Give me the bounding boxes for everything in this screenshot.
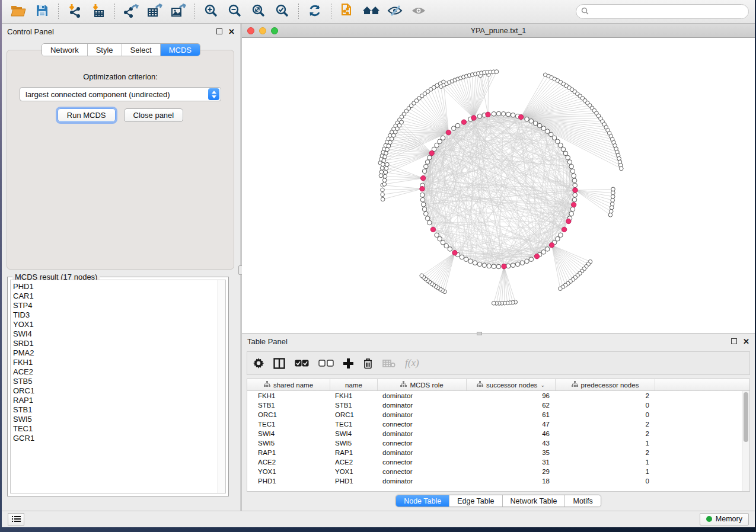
mcds-result-item[interactable]: STP4 bbox=[13, 301, 217, 310]
mcds-result-item[interactable]: PMA2 bbox=[13, 348, 217, 358]
network-titlebar: YPA_prune.txt_1 bbox=[242, 24, 755, 38]
search-box bbox=[576, 4, 749, 19]
mcds-result-item[interactable]: YOX1 bbox=[13, 320, 217, 329]
import-network-button[interactable] bbox=[64, 2, 85, 21]
table-settings-gear-icon[interactable] bbox=[253, 358, 264, 368]
float-table-panel-icon[interactable] bbox=[731, 338, 737, 344]
close-panel-icon[interactable]: ✕ bbox=[228, 28, 235, 36]
table-panel-grip[interactable] bbox=[477, 332, 482, 335]
refresh-view-button[interactable] bbox=[304, 2, 326, 21]
table-row[interactable]: SWI5SWI5connector431 bbox=[247, 438, 742, 448]
table-toolbar: f(x) bbox=[247, 351, 750, 375]
control-panel-title: Control Panel bbox=[7, 27, 54, 36]
toolbar-separator bbox=[194, 4, 195, 20]
export-table-button[interactable] bbox=[144, 2, 165, 21]
table-tabs: Node TableEdge TableNetwork TableMotifs bbox=[242, 495, 755, 507]
toolbar-separator bbox=[331, 4, 331, 20]
mcds-result-item[interactable]: TEC1 bbox=[13, 424, 217, 434]
result-scrollbar[interactable] bbox=[218, 280, 225, 493]
mcds-result-item[interactable]: STB5 bbox=[13, 377, 217, 386]
column-header-predecessor-nodes[interactable]: predecessor nodes bbox=[556, 379, 655, 390]
mcds-result-item[interactable]: GCR1 bbox=[13, 434, 217, 443]
optimization-label: Optimization criterion: bbox=[7, 72, 234, 81]
show-all-button[interactable] bbox=[408, 2, 429, 21]
column-header-MCDS-role[interactable]: MCDS role bbox=[378, 379, 467, 390]
select-all-icon[interactable] bbox=[295, 360, 309, 367]
delete-trash-icon[interactable] bbox=[363, 358, 373, 369]
search-input[interactable] bbox=[592, 8, 744, 16]
tab-style[interactable]: Style bbox=[88, 44, 122, 56]
zoom-selected-button[interactable] bbox=[272, 2, 293, 21]
first-neighbors-button[interactable] bbox=[361, 2, 382, 21]
mcds-result-item[interactable]: ACE2 bbox=[13, 367, 217, 377]
deselect-all-icon[interactable] bbox=[318, 360, 334, 367]
table-row[interactable]: FKH1FKH1dominator962 bbox=[247, 391, 742, 400]
column-header-shared-name[interactable]: shared name bbox=[247, 379, 330, 390]
tab-network[interactable]: Network bbox=[42, 44, 88, 56]
tree-icon bbox=[477, 381, 483, 389]
table-row[interactable]: RAP1RAP1dominator352 bbox=[247, 448, 742, 457]
column-header-successor-nodes[interactable]: successor nodes⌄ bbox=[467, 379, 556, 390]
zoom-fit-button[interactable] bbox=[248, 2, 269, 21]
network-graph[interactable] bbox=[242, 38, 755, 333]
cytoscape-window: Control Panel ✕ NetworkStyleSelectMCDS O… bbox=[2, 0, 755, 527]
close-panel-button[interactable]: Close panel bbox=[124, 108, 184, 122]
mcds-result-item[interactable]: SWI4 bbox=[13, 329, 217, 339]
mcds-result-item[interactable]: FKH1 bbox=[13, 358, 217, 367]
mcds-result-item[interactable]: RAP1 bbox=[13, 396, 217, 405]
control-panel-tabs: NetworkStyleSelectMCDS bbox=[2, 43, 240, 56]
table-tab-network-table[interactable]: Network Table bbox=[503, 495, 566, 507]
table-scrollbar[interactable] bbox=[742, 391, 749, 491]
import-table-button[interactable] bbox=[88, 2, 109, 21]
table-row[interactable]: SWI4SWI4dominator462 bbox=[247, 429, 742, 438]
table-row[interactable]: ACE2ACE2connector311 bbox=[247, 457, 742, 467]
close-table-panel-icon[interactable]: ✕ bbox=[743, 338, 749, 345]
mcds-result-item[interactable]: SRD1 bbox=[13, 339, 217, 348]
column-header-name[interactable]: name bbox=[330, 379, 378, 390]
table-tab-edge-table[interactable]: Edge Table bbox=[449, 495, 502, 507]
tab-mcds[interactable]: MCDS bbox=[161, 44, 200, 56]
show-column-panel-icon[interactable] bbox=[273, 358, 285, 369]
table-row[interactable]: STB1STB1dominator620 bbox=[247, 400, 742, 410]
zoom-in-button[interactable] bbox=[200, 2, 222, 21]
task-history-button[interactable] bbox=[8, 513, 24, 525]
houses-icon bbox=[362, 4, 380, 20]
tree-icon bbox=[264, 381, 270, 389]
table-row[interactable]: PHD1PHD1dominator180 bbox=[247, 476, 742, 486]
table-row[interactable]: TEC1TEC1connector472 bbox=[247, 419, 742, 429]
export-network-button[interactable] bbox=[120, 2, 142, 21]
import-network-icon bbox=[67, 4, 82, 20]
table-row[interactable]: ORC1ORC1dominator610 bbox=[247, 410, 742, 419]
mcds-result-item[interactable]: PHD1 bbox=[13, 282, 217, 291]
table-tab-node-table[interactable]: Node Table bbox=[396, 495, 449, 507]
mcds-result-item[interactable]: TID3 bbox=[13, 310, 217, 320]
zoom-in-icon bbox=[204, 4, 218, 20]
hide-selected-button[interactable] bbox=[384, 2, 406, 21]
mcds-result-item[interactable]: STB1 bbox=[13, 405, 217, 415]
memory-button[interactable]: Memory bbox=[700, 513, 749, 525]
import-table-icon bbox=[91, 4, 106, 20]
network-canvas[interactable] bbox=[242, 38, 755, 334]
mcds-result-list[interactable]: PHD1CAR1STP4TID3YOX1SWI4SRD1PMA2FKH1ACE2… bbox=[13, 281, 217, 492]
tree-icon bbox=[400, 381, 407, 389]
mcds-result-item[interactable]: ORC1 bbox=[13, 386, 217, 396]
mcds-result-item[interactable]: CAR1 bbox=[13, 291, 217, 301]
run-mcds-button[interactable]: Run MCDS bbox=[58, 108, 116, 122]
scrollbar-thumb[interactable] bbox=[744, 392, 748, 442]
float-panel-icon[interactable] bbox=[216, 28, 222, 34]
add-column-plus-icon[interactable] bbox=[343, 358, 353, 368]
duplicate-network-button[interactable] bbox=[337, 2, 358, 21]
status-bar: Memory bbox=[2, 511, 755, 527]
table-tab-motifs[interactable]: Motifs bbox=[565, 495, 600, 507]
mcds-tab-content: Optimization criterion: largest connecte… bbox=[7, 50, 234, 270]
save-session-button[interactable] bbox=[31, 2, 53, 21]
function-builder-icon-disabled: f(x) bbox=[405, 357, 419, 369]
zoom-out-button[interactable] bbox=[224, 2, 245, 21]
open-session-button[interactable] bbox=[8, 2, 29, 21]
mcds-result-item[interactable]: SWI5 bbox=[13, 415, 217, 424]
tab-select[interactable]: Select bbox=[122, 44, 161, 56]
export-image-button[interactable] bbox=[168, 2, 189, 21]
criterion-select[interactable]: largest connected component (undirected) bbox=[20, 87, 221, 101]
table-row[interactable]: YOX1YOX1connector291 bbox=[247, 467, 742, 476]
select-stepper-icon bbox=[208, 88, 219, 100]
